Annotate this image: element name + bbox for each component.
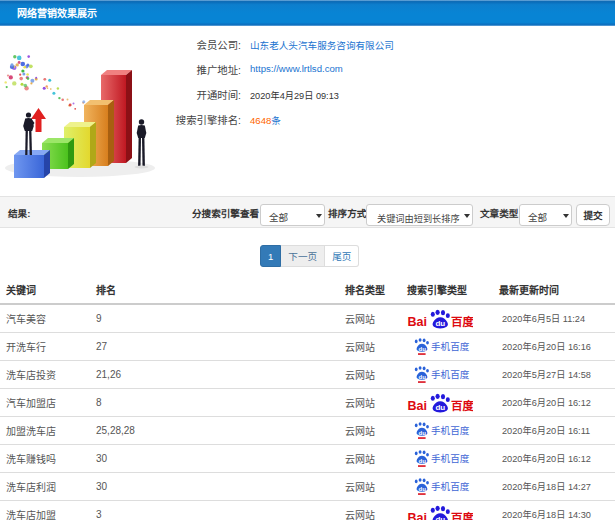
svg-text:手机百度: 手机百度: [431, 339, 470, 353]
svg-text:Bai: Bai: [408, 315, 427, 329]
svg-text:百度: 百度: [451, 397, 473, 413]
svg-text:du: du: [419, 458, 427, 464]
svg-text:手机百度: 手机百度: [431, 451, 470, 465]
svg-text:du: du: [435, 320, 445, 329]
svg-text:du: du: [419, 486, 427, 492]
svg-text:百度: 百度: [451, 313, 473, 329]
svg-text:手机百度: 手机百度: [431, 423, 470, 437]
svg-text:手机百度: 手机百度: [431, 367, 470, 381]
svg-text:du: du: [419, 430, 427, 436]
svg-text:Bai: Bai: [408, 399, 427, 413]
svg-text:百度: 百度: [451, 509, 473, 520]
svg-text:du: du: [435, 403, 445, 412]
svg-text:du: du: [435, 515, 445, 520]
svg-text:du: du: [419, 346, 427, 352]
svg-text:Bai: Bai: [408, 511, 427, 520]
svg-text:du: du: [419, 374, 427, 380]
svg-text:手机百度: 手机百度: [431, 479, 470, 493]
